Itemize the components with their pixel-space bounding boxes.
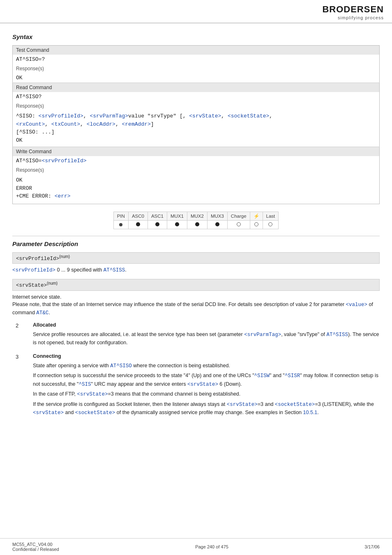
read-command-response-row: ^SISO: <srvProfileId>, <srvParmTag>value…	[13, 111, 380, 147]
param-body-3a: State after opening a service with AT^SI…	[33, 362, 380, 370]
read-resp-comma2: ,	[221, 113, 228, 119]
mux1-indicator	[175, 222, 179, 226]
param-srvProfileId-desc: <srvProfileId> 0 ... 9 specified with AT…	[12, 266, 380, 274]
status-col-mux3: MUX3	[207, 212, 227, 220]
status-mux3-cell	[207, 220, 227, 229]
param-srvProfileId-ref: <srvProfileId>	[12, 267, 55, 273]
read-resp-sep1: ,	[45, 121, 51, 127]
param-srvProfileId-header: <srvProfileId>(num)	[12, 252, 380, 264]
charge-indicator	[237, 222, 241, 226]
read-resp-txCount: <txCount>	[51, 121, 80, 127]
param-ref-srvParmTag: <srvParmTag>	[244, 332, 281, 338]
param-ref-sisr: ^SISR	[285, 373, 300, 379]
param-content-3: Connecting State after opening a service…	[33, 352, 380, 417]
asc1-indicator	[155, 222, 159, 226]
logo-subtitle: simplifying process	[338, 15, 384, 20]
logo-text: BRODERSEN	[322, 4, 384, 15]
write-command-label: Write Command	[13, 147, 380, 157]
read-command-code: AT^SISO?	[13, 92, 380, 101]
read-resp-srvState: <srvState>	[189, 113, 221, 119]
read-resp-srvParmTag: <srvParmTag>	[90, 113, 128, 119]
param-ref-srvState5: <srvState>	[33, 410, 64, 416]
param-srvState-desc: Internet service state. Please note, tha…	[12, 293, 380, 317]
read-command-response-label: Response(s)	[13, 101, 380, 111]
asc0-indicator	[136, 222, 140, 226]
test-command-code-row: AT^SISO=?	[13, 55, 380, 64]
status-charge-cell	[227, 220, 250, 229]
param-content-2: Allocated Service profile resources are …	[33, 321, 380, 347]
write-command-response-label: Response(s)	[13, 166, 380, 175]
test-command-label: Test Command	[13, 46, 380, 55]
status-col-pin: PIN	[113, 212, 128, 220]
status-col-charge: Charge	[227, 212, 250, 220]
read-resp-prefix: ^SISO:	[16, 113, 39, 119]
read-resp-optional: [^SISO: ...]	[16, 129, 55, 135]
footer-page: Page 240 of 475	[195, 544, 228, 549]
param-srvState-header: <srvState>(num)	[12, 279, 380, 290]
write-resp-cme: +CME ERROR: <err>	[16, 192, 376, 200]
read-resp-locAddr: <locAddr>	[87, 121, 115, 127]
status-table: PIN ASC0 ASC1 MUX1 MUX2 MUX3 Charge ⚡ La…	[113, 212, 279, 229]
param-item-3: 3 Connecting State after opening a servi…	[12, 352, 380, 417]
syntax-title: Syntax	[12, 33, 380, 40]
status-asc1-cell	[148, 220, 167, 229]
read-resp-remAddr: <remAddr>	[122, 121, 150, 127]
footer-right: 3/17/06	[364, 544, 380, 549]
status-col-bolt: ⚡	[250, 212, 263, 220]
read-response-line2: <rxCount>, <txCount>, <locAddr>, <remAdd…	[16, 120, 376, 129]
read-resp-sep3: ,	[115, 121, 122, 127]
status-table-wrapper: PIN ASC0 ASC1 MUX1 MUX2 MUX3 Charge ⚡ La…	[12, 212, 380, 229]
footer-status: Confidential / Released	[12, 547, 59, 552]
section-divider	[12, 236, 380, 236]
param-srvProfileId-sup: (num)	[59, 254, 70, 259]
write-resp-ok: OK	[16, 176, 376, 184]
status-col-asc0: ASC0	[128, 212, 148, 220]
param-ref-srvState3: <srvState>	[77, 391, 108, 397]
write-resp-err: <err>	[55, 193, 71, 199]
param-srvState-sup: (num)	[47, 281, 58, 286]
read-command-code-row: AT^SISO?	[13, 92, 380, 101]
status-col-last: Last	[263, 212, 279, 220]
write-command-response-label-row: Response(s)	[13, 166, 380, 175]
read-resp-value: value "srvType" [,	[128, 113, 189, 119]
param-body-3d: If the service profile is configured as …	[33, 401, 380, 417]
param-srvProfileId-name: <srvProfileId>	[16, 256, 59, 262]
status-mux2-cell	[187, 220, 207, 229]
page-header: BRODERSEN simplifying process	[0, 0, 392, 23]
logo-brand: BRODERSEN	[322, 4, 384, 14]
param-item-2: 2 Allocated Service profile resources ar…	[12, 321, 380, 347]
param-ref-atsiss: AT^SISS	[326, 332, 348, 338]
param-ref-sis: ^SIS	[78, 382, 91, 387]
read-resp-ok: OK	[16, 137, 23, 143]
write-resp-error: ERROR	[16, 184, 376, 193]
param-num-3: 3	[12, 352, 33, 417]
footer-center: Page 240 of 475	[195, 544, 228, 549]
param-ref-srvState4: <srvState>	[227, 402, 258, 408]
status-bolt-cell	[250, 220, 263, 229]
param-section-ref[interactable]: 10.5.1	[303, 410, 318, 415]
test-command-response-row: OK	[13, 73, 380, 83]
read-resp-sep2: ,	[80, 121, 87, 127]
read-resp-comma3: ,	[269, 113, 272, 119]
param-value-ref: <value>	[346, 302, 368, 308]
status-asc0-cell	[128, 220, 148, 229]
status-col-mux2: MUX2	[187, 212, 207, 220]
status-header-row: PIN ASC0 ASC1 MUX1 MUX2 MUX3 Charge ⚡ La…	[113, 212, 279, 220]
param-title-3: Connecting	[33, 352, 380, 360]
mux3-indicator	[215, 222, 219, 226]
test-command-code: AT^SISO=?	[13, 55, 380, 64]
footer-left: MC55_ATC_V04.00 Confidential / Released	[12, 542, 59, 552]
param-ref-socketState: <socketState>	[275, 402, 315, 408]
write-command-response-row: OK ERROR +CME ERROR: <err>	[13, 175, 380, 204]
status-col-asc1: ASC1	[148, 212, 167, 220]
status-pin-cell	[113, 220, 128, 229]
test-command-header-row: Test Command	[13, 46, 380, 55]
read-resp-bracket: ]	[151, 121, 154, 127]
read-response-line1: ^SISO: <srvProfileId>, <srvParmTag>value…	[16, 112, 376, 120]
write-command-code: AT^SISO=<srvProfileId>	[13, 156, 380, 166]
param-title-2: Allocated	[33, 321, 380, 329]
write-command-code-row: AT^SISO=<srvProfileId>	[13, 156, 380, 166]
read-response-line3: [^SISO: ...]	[16, 128, 376, 136]
test-command-response-code: OK	[13, 73, 380, 83]
main-content: Syntax Test Command AT^SISO=? Response(s…	[0, 23, 392, 431]
